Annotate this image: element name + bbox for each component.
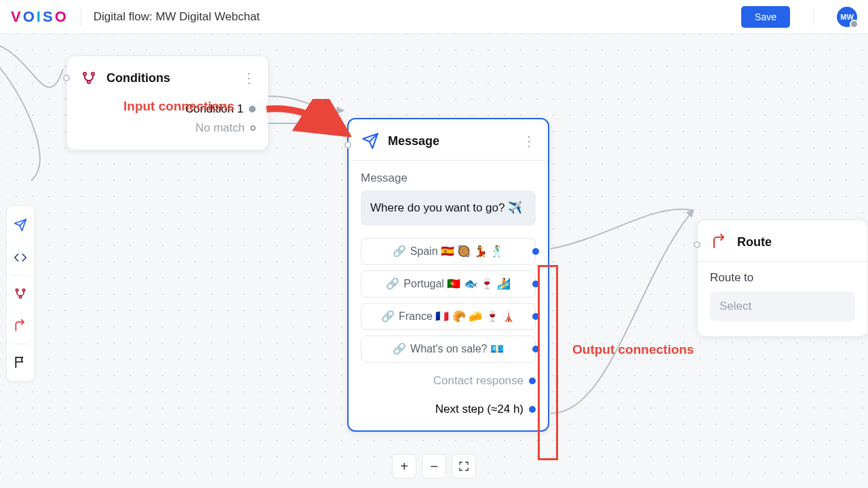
tool-code[interactable] [7, 241, 34, 274]
message-bubble: Where do you want to go? ✈️ [361, 190, 536, 226]
link-icon: 🔗 [381, 310, 395, 323]
node-toolbar [7, 206, 34, 381]
branch-icon [79, 68, 98, 87]
tool-flag[interactable] [7, 346, 34, 378]
card-header: Conditions ⋮ [67, 56, 268, 97]
branch-icon [14, 287, 27, 300]
quick-reply-option[interactable]: 🔗 Portugal 🇵🇹 🐟 🍷 🏄 [361, 270, 536, 298]
input-port[interactable] [694, 241, 701, 248]
zoom-controls: + − [392, 454, 476, 479]
output-label: Next step (≈24 h) [435, 403, 524, 416]
quick-reply-option[interactable]: 🔗 France 🇫🇷 🥐 🧀 🍷 🗼 [361, 303, 536, 330]
divider [81, 7, 81, 26]
condition-label: No match [195, 121, 245, 135]
select-placeholder: Select [719, 300, 751, 313]
divider [11, 344, 30, 344]
tool-conditions[interactable] [7, 277, 34, 310]
logo-letter: V [11, 8, 23, 26]
node-message[interactable]: Message ⋮ Message Where do you want to g… [347, 118, 549, 432]
option-label: Spain 🇪🇸 🥘 💃 🕺 [410, 245, 505, 258]
option-label: France 🇫🇷 🥐 🧀 🍷 🗼 [399, 310, 515, 323]
output-port[interactable] [532, 313, 539, 320]
output-port[interactable] [249, 106, 256, 113]
condition-label: Condition 1 [185, 102, 243, 116]
link-icon: 🔗 [386, 277, 399, 290]
route-icon [14, 319, 27, 333]
route-select[interactable]: Select [710, 291, 855, 321]
page-title: Digital flow: MW Digital Webchat [94, 10, 260, 24]
zoom-out-button[interactable]: − [422, 454, 446, 479]
card-title: Message [388, 134, 439, 148]
condition-row[interactable]: No match [67, 119, 268, 138]
logo-letter: O [23, 8, 37, 26]
card-title: Conditions [106, 71, 170, 85]
card-header: Message ⋮ [349, 119, 548, 161]
tool-message[interactable] [7, 209, 34, 241]
card-menu-button[interactable]: ⋮ [522, 134, 536, 148]
paper-plane-icon [361, 131, 380, 150]
output-port[interactable] [532, 281, 539, 287]
annotation-arrow [263, 99, 351, 140]
option-label: Portugal 🇵🇹 🐟 🍷 🏄 [403, 277, 510, 290]
output-port[interactable] [250, 125, 256, 131]
flow-canvas[interactable]: Conditions ⋮ Condition 1 No match Messag… [0, 34, 868, 488]
field-label: Message [361, 171, 536, 185]
output-row: Next step (≈24 h) [361, 398, 536, 421]
link-icon: 🔗 [393, 245, 406, 258]
quick-reply-option[interactable]: 🔗 What's on sale? 💶 [361, 336, 536, 363]
fit-screen-button[interactable] [452, 454, 476, 479]
output-label: Contact response [433, 374, 524, 388]
input-port[interactable] [63, 75, 70, 81]
fullscreen-icon [458, 461, 469, 472]
condition-row[interactable]: Condition 1 [67, 100, 268, 119]
field-label: Route to [710, 271, 855, 285]
card-menu-button[interactable]: ⋮ [242, 71, 256, 85]
card-title: Route [737, 235, 772, 249]
card-header: Route [698, 220, 867, 262]
logo-letter: I [37, 8, 43, 26]
quick-reply-option[interactable]: 🔗 Spain 🇪🇸 🥘 💃 🕺 [361, 238, 536, 265]
logo-letter: S [43, 8, 55, 26]
code-icon [14, 251, 27, 264]
top-bar: V O I S O Digital flow: MW Digital Webch… [0, 0, 868, 34]
paper-plane-icon [14, 218, 27, 232]
zoom-in-button[interactable]: + [392, 454, 416, 479]
divider [11, 275, 30, 276]
route-icon [710, 232, 729, 251]
output-row: Contact response [361, 369, 536, 392]
brand-logo: V O I S O [11, 8, 68, 26]
divider [813, 7, 814, 26]
flag-icon [14, 355, 27, 369]
output-port[interactable] [529, 406, 536, 413]
link-icon: 🔗 [393, 342, 406, 355]
option-label: What's on sale? 💶 [410, 342, 504, 355]
logo-letter: O [55, 8, 68, 26]
annotation-output-connections: Output connections [572, 342, 694, 359]
output-port[interactable] [532, 248, 539, 255]
output-port[interactable] [532, 346, 539, 352]
node-route[interactable]: Route Route to Select [697, 220, 868, 337]
node-conditions[interactable]: Conditions ⋮ Condition 1 No match [66, 56, 269, 150]
input-port[interactable] [344, 142, 351, 148]
avatar[interactable]: MW [837, 7, 857, 27]
save-button[interactable]: Save [741, 6, 790, 28]
tool-route[interactable] [7, 310, 34, 342]
output-port[interactable] [529, 378, 536, 384]
